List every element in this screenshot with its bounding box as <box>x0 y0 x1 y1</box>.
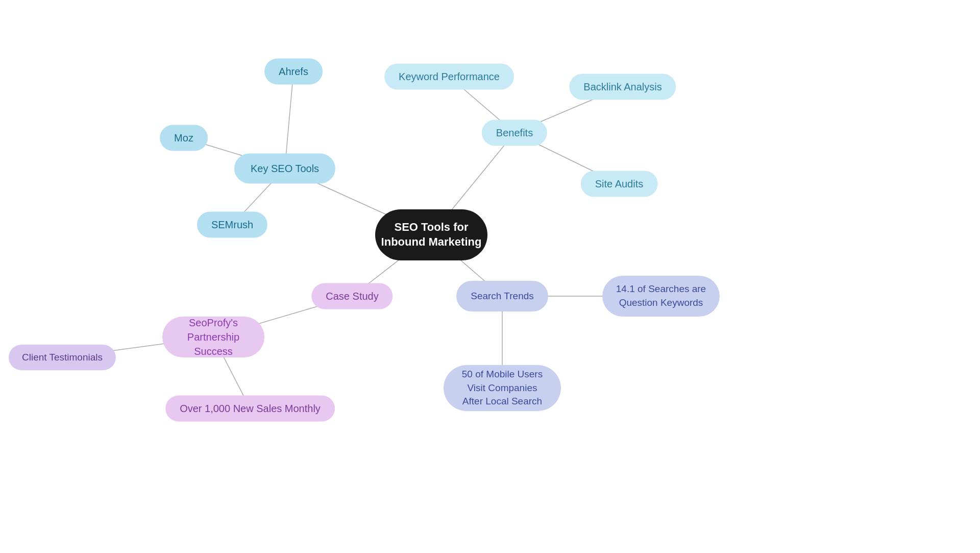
case-study-label: Case Study <box>326 291 378 302</box>
center-label: SEO Tools for Inbound Marketing <box>375 220 487 249</box>
ahrefs-label: Ahrefs <box>279 66 308 78</box>
search-trends-node[interactable]: Search Trends <box>456 281 548 311</box>
key-seo-tools-label: Key SEO Tools <box>251 163 319 175</box>
center-node[interactable]: SEO Tools for Inbound Marketing <box>375 209 487 260</box>
ahrefs-node[interactable]: Ahrefs <box>264 59 323 85</box>
client-testimonials-label: Client Testimonials <box>22 352 103 363</box>
semrush-label: SEMrush <box>211 219 253 231</box>
client-testimonials-node[interactable]: Client Testimonials <box>9 345 116 370</box>
moz-label: Moz <box>174 132 193 144</box>
keyword-performance-node[interactable]: Keyword Performance <box>384 64 514 90</box>
question-keywords-node[interactable]: 14.1 of Searches are Question Keywords <box>602 276 720 317</box>
semrush-node[interactable]: SEMrush <box>197 212 267 238</box>
question-keywords-label: 14.1 of Searches are Question Keywords <box>616 282 706 309</box>
new-sales-node[interactable]: Over 1,000 New Sales Monthly <box>165 396 335 422</box>
moz-node[interactable]: Moz <box>160 125 208 151</box>
seoprofy-label: SeoProfy's Partnership Success <box>179 316 248 358</box>
mobile-users-label: 50 of Mobile Users Visit Companies After… <box>457 368 548 408</box>
new-sales-label: Over 1,000 New Sales Monthly <box>180 403 321 415</box>
seoprofy-node[interactable]: SeoProfy's Partnership Success <box>162 317 264 357</box>
site-audits-node[interactable]: Site Audits <box>581 171 658 197</box>
mobile-users-node[interactable]: 50 of Mobile Users Visit Companies After… <box>444 365 561 411</box>
key-seo-tools-node[interactable]: Key SEO Tools <box>234 154 335 184</box>
case-study-node[interactable]: Case Study <box>311 283 393 309</box>
keyword-performance-label: Keyword Performance <box>399 71 500 83</box>
backlink-analysis-label: Backlink Analysis <box>583 81 662 93</box>
search-trends-label: Search Trends <box>471 290 534 303</box>
benefits-label: Benefits <box>496 127 533 139</box>
benefits-node[interactable]: Benefits <box>482 120 547 146</box>
backlink-analysis-node[interactable]: Backlink Analysis <box>569 74 676 100</box>
site-audits-label: Site Audits <box>595 178 644 190</box>
